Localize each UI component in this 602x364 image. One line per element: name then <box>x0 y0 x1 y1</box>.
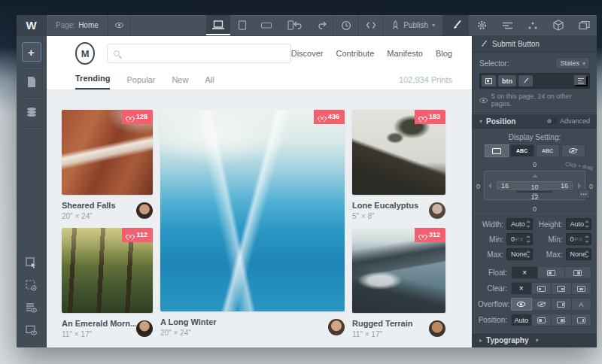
stepper-icon[interactable] <box>585 250 589 258</box>
display-none-button[interactable] <box>561 144 585 157</box>
selector-sort-button[interactable] <box>574 75 588 86</box>
stepper-icon[interactable] <box>526 220 531 228</box>
style-manager-button[interactable] <box>494 15 520 35</box>
arrow-up-icon[interactable] <box>532 174 538 177</box>
export-code-button[interactable] <box>359 15 383 35</box>
stepper-icon[interactable] <box>585 235 589 243</box>
photo-card[interactable]: 183 Lone Eucalyptus 5" × 8" <box>352 110 445 220</box>
selector-input[interactable]: btn <box>479 73 590 89</box>
position-auto-button[interactable]: Auto <box>511 314 532 326</box>
position-absolute-button[interactable] <box>552 314 572 326</box>
stepper-icon[interactable] <box>526 250 531 258</box>
margin-right-value[interactable]: 0 <box>589 183 593 190</box>
class-chip[interactable]: btn <box>498 75 516 86</box>
padding-right-value[interactable]: 16 <box>561 182 568 190</box>
layers-visibility-button[interactable] <box>22 298 41 317</box>
photo-card[interactable]: 436 A Long Winter 20" × 24" <box>160 110 345 337</box>
stepper-icon[interactable] <box>526 235 531 243</box>
margin-top-value[interactable]: 0 <box>533 161 537 168</box>
style-chip[interactable] <box>518 75 533 86</box>
clear-right-button[interactable] <box>552 282 572 295</box>
device-desktop-button[interactable] <box>206 15 230 35</box>
select-tool-button[interactable] <box>22 253 41 272</box>
device-tablet-button[interactable] <box>230 15 254 35</box>
photo-rugged-terrain[interactable]: 312 <box>352 228 445 313</box>
padding-left-value[interactable]: 16 <box>501 182 509 190</box>
spacing-more-button[interactable]: ••• <box>578 190 590 199</box>
tab-trending[interactable]: Trending <box>75 74 110 89</box>
overflow-auto-button[interactable]: A <box>572 298 592 311</box>
photo-emerald-morn[interactable]: 112 <box>62 228 153 313</box>
settings-panel-button[interactable] <box>469 15 494 35</box>
add-element-button[interactable]: + <box>22 42 41 62</box>
preview-eye-button[interactable] <box>108 15 130 35</box>
search-input[interactable] <box>107 44 290 63</box>
nav-link-manifesto[interactable]: Manifesto <box>387 49 423 58</box>
likes-badge[interactable]: 436 <box>314 110 345 124</box>
clear-none-button[interactable]: × <box>511 282 532 295</box>
collections-button[interactable] <box>22 102 41 122</box>
publish-button[interactable]: Publish ▾ <box>384 15 442 35</box>
nav-link-blog[interactable]: Blog <box>436 49 452 58</box>
avatar[interactable] <box>136 202 153 219</box>
padding-top-value[interactable]: 10 <box>531 184 538 191</box>
advanced-toggle[interactable]: Advanced <box>546 117 590 125</box>
min-width-input[interactable]: 0PX <box>506 233 533 245</box>
photo-card[interactable]: 128 Sheared Falls 20" × 24" <box>62 110 153 220</box>
page-selector[interactable]: Page: Home <box>47 15 108 35</box>
tab-popular[interactable]: Popular <box>126 75 155 89</box>
display-inline-block-button[interactable]: ABC <box>510 144 534 157</box>
margin-box[interactable]: 16 16 10 12 <box>484 171 585 200</box>
typography-section-header[interactable]: ▸ Typography ▾ <box>473 332 597 347</box>
photo-sheared-falls[interactable]: 128 <box>62 110 153 195</box>
display-inline-button[interactable]: ABC <box>536 144 560 157</box>
overflow-hidden-button[interactable] <box>532 298 552 311</box>
position-fixed-button[interactable] <box>572 314 592 326</box>
overflow-scroll-button[interactable] <box>552 298 572 311</box>
pages-button[interactable] <box>22 72 41 92</box>
nav-link-contribute[interactable]: Contribute <box>336 49 375 58</box>
photo-card[interactable]: 112 An Emerald Morn... 11" × 17" <box>62 228 153 338</box>
width-input[interactable]: Auto <box>506 218 533 230</box>
likes-badge[interactable]: 128 <box>122 110 153 124</box>
max-height-input[interactable]: None <box>566 248 592 260</box>
float-right-button[interactable] <box>565 266 591 279</box>
spacing-control[interactable]: 0 0 0 0 16 16 10 12 <box>479 163 590 209</box>
padding-bottom-value[interactable]: 12 <box>531 193 538 201</box>
photo-lone-eucalyptus[interactable]: 183 <box>352 110 445 195</box>
symbol-settings-button[interactable] <box>22 275 41 295</box>
device-phone-landscape-button[interactable] <box>254 15 278 35</box>
clear-both-button[interactable] <box>572 282 592 295</box>
redo-button[interactable] <box>310 15 333 35</box>
nav-link-discover[interactable]: Discover <box>291 49 324 58</box>
assets-panel-button[interactable] <box>571 15 597 35</box>
element-visibility-button[interactable] <box>22 320 41 340</box>
position-section-header[interactable]: ▾ Position Advanced <box>473 114 597 129</box>
tab-new[interactable]: New <box>172 75 188 89</box>
style-panel-button[interactable] <box>443 15 469 35</box>
arrow-right-icon[interactable] <box>578 183 581 189</box>
stepper-icon[interactable] <box>585 220 589 228</box>
photo-long-winter[interactable]: 436 <box>160 110 345 311</box>
position-relative-button[interactable] <box>532 314 552 326</box>
display-block-button[interactable] <box>485 144 509 157</box>
history-button[interactable] <box>334 15 358 35</box>
site-logo[interactable]: M <box>75 42 95 65</box>
max-width-input[interactable]: None <box>506 248 533 260</box>
float-none-button[interactable]: × <box>511 266 538 279</box>
states-dropdown[interactable]: States▾ <box>555 57 590 69</box>
likes-badge[interactable]: 112 <box>122 228 153 242</box>
overflow-visible-button[interactable] <box>511 298 532 311</box>
webflow-logo[interactable]: W <box>17 15 47 35</box>
tab-all[interactable]: All <box>205 75 214 89</box>
min-height-input[interactable]: 0PX <box>566 233 592 245</box>
padding-box[interactable]: 16 16 10 12 <box>497 181 573 190</box>
components-panel-button[interactable] <box>546 15 571 35</box>
clear-left-button[interactable] <box>532 282 552 295</box>
photo-card[interactable]: 312 Rugged Terrain 11" × 17" <box>352 228 445 338</box>
likes-badge[interactable]: 183 <box>415 110 445 124</box>
avatar[interactable] <box>429 202 445 219</box>
device-phone-portrait-button[interactable] <box>278 15 303 35</box>
avatar[interactable] <box>328 319 345 335</box>
float-left-button[interactable] <box>538 266 564 279</box>
